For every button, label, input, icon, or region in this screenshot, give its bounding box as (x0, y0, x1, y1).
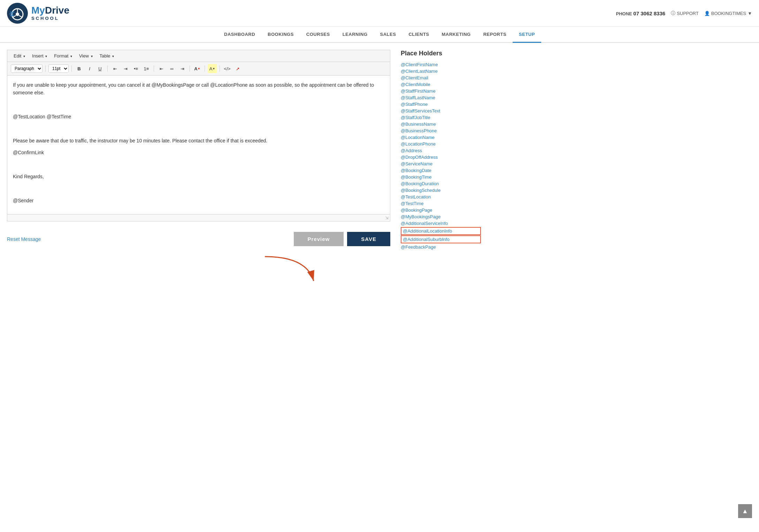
support-label: SUPPORT (677, 11, 699, 16)
ph-additional-service-info[interactable]: @AdditionalServiceInfo (401, 220, 481, 227)
logo-text: MyDrive SCHOOL (31, 5, 69, 21)
ph-client-first-name[interactable]: @ClientFirstName (401, 61, 481, 68)
support-link[interactable]: ⓘ SUPPORT (671, 10, 699, 16)
logo-drive: Drive (45, 5, 69, 16)
outdent-button[interactable]: ⇤ (110, 64, 120, 73)
logo-school: SCHOOL (31, 16, 69, 21)
ph-feedback-page[interactable]: @FeedbackPage (401, 244, 481, 250)
phone-label: PHONE (616, 11, 632, 16)
unordered-list-button[interactable]: •≡ (131, 64, 140, 73)
ph-my-bookings-page[interactable]: @MyBookingsPage (401, 213, 481, 220)
underline-button[interactable]: U (95, 64, 105, 73)
font-color-button[interactable]: A▼ (193, 64, 202, 73)
align-left-button[interactable]: ⇤ (157, 64, 166, 73)
align-center-button[interactable]: ═ (167, 64, 176, 73)
nav-bookings[interactable]: BOOKINGS (261, 27, 300, 43)
separator-3 (107, 65, 108, 72)
nav-courses[interactable]: COURSES (300, 27, 336, 43)
editor-body[interactable]: If you are unable to keep your appointme… (7, 75, 390, 214)
editor-line-2[interactable] (13, 101, 384, 109)
editor-section: Edit ▾ Insert ▾ Format ▾ View ▾ Table ▾ … (7, 50, 390, 288)
editor-line-3[interactable]: @TestLocation @TestTime (13, 113, 384, 120)
nav-reports[interactable]: REPORTS (477, 27, 513, 43)
nav-clients[interactable]: CLIENTS (402, 27, 435, 43)
ph-booking-duration[interactable]: @BookingDuration (401, 180, 481, 187)
ph-business-name[interactable]: @BusinessName (401, 121, 481, 127)
ph-additional-location-info[interactable]: @AdditionalLocationInfo (401, 227, 481, 235)
ph-booking-date[interactable]: @BookingDate (401, 167, 481, 174)
ph-client-last-name[interactable]: @ClientLastName (401, 68, 481, 75)
action-buttons: Preview SAVE (294, 232, 390, 246)
ph-business-phone[interactable]: @BusinessPhone (401, 127, 481, 134)
highlight-button[interactable]: A▼ (208, 64, 217, 73)
editor-line-1[interactable]: If you are unable to keep your appointme… (13, 81, 384, 97)
separator-5 (190, 65, 190, 72)
phone-number: 07 3062 8336 (633, 10, 665, 16)
logo-area: MyDrive SCHOOL (7, 3, 69, 24)
placeholders-sidebar: Place Holders @ClientFirstName @ClientLa… (401, 50, 481, 288)
bookingtimes-link[interactable]: 👤 BOOKINGTIMES ▼ (704, 11, 752, 16)
ph-staff-first-name[interactable]: @StaffFirstName (401, 88, 481, 94)
preview-button[interactable]: Preview (294, 232, 344, 246)
italic-button[interactable]: I (85, 64, 94, 73)
ph-staff-last-name[interactable]: @StaffLastName (401, 94, 481, 101)
nav-sales[interactable]: SALES (374, 27, 402, 43)
ph-dropoff-address[interactable]: @DropOffAddress (401, 154, 481, 161)
ph-staff-phone[interactable]: @StaffPhone (401, 101, 481, 108)
ph-location-phone[interactable]: @LocationPhone (401, 141, 481, 147)
ph-staff-services-text[interactable]: @StaffServicesText (401, 108, 481, 114)
editor-line-4[interactable] (13, 125, 384, 133)
code-button[interactable]: </> (223, 64, 232, 73)
menu-edit[interactable]: Edit ▾ (11, 52, 28, 60)
ph-booking-schedule[interactable]: @BookingSchedule (401, 187, 481, 194)
ph-booking-time[interactable]: @BookingTime (401, 174, 481, 180)
arrow-area (7, 253, 390, 288)
logo-my: My (31, 5, 45, 16)
editor-line-5[interactable]: Please be aware that due to traffic, the… (13, 137, 384, 144)
resize-handle[interactable]: ⇲ (385, 216, 389, 220)
bookingtimes-label: BOOKINGTIMES (711, 11, 746, 16)
nav-learning[interactable]: LEARNING (336, 27, 374, 43)
fullscreen-button[interactable]: ➚ (233, 64, 242, 73)
ordered-list-button[interactable]: 1≡ (142, 64, 151, 73)
buttons-row: Reset Message Preview SAVE (7, 232, 390, 246)
editor-line-7[interactable] (13, 161, 384, 169)
main-nav: DASHBOARD BOOKINGS COURSES LEARNING SALE… (0, 27, 759, 43)
user-icon: 👤 (704, 11, 710, 16)
ph-staff-job-title[interactable]: @StaffJobTitle (401, 114, 481, 121)
align-right-button[interactable]: ⇥ (178, 64, 187, 73)
placeholders-title: Place Holders (401, 50, 481, 57)
svg-point-1 (16, 13, 19, 16)
reset-message-link[interactable]: Reset Message (7, 236, 41, 242)
menu-format[interactable]: Format ▾ (51, 52, 75, 60)
fontsize-select[interactable]: 11pt (48, 64, 69, 73)
ph-location-name[interactable]: @LocationName (401, 134, 481, 141)
ph-test-location[interactable]: @TestLocation (401, 194, 481, 200)
ph-address[interactable]: @Address (401, 147, 481, 154)
editor-toolbar-format: Paragraph 11pt B I U ⇤ ⇥ •≡ 1≡ ⇤ ═ ⇥ A▼ … (7, 62, 390, 75)
editor-line-6[interactable]: @ConfirmLink (13, 149, 384, 156)
menu-view[interactable]: View ▾ (76, 52, 95, 60)
nav-marketing[interactable]: MARKETING (436, 27, 477, 43)
nav-dashboard[interactable]: DASHBOARD (218, 27, 261, 43)
nav-setup[interactable]: SETUP (513, 27, 541, 43)
ph-test-time[interactable]: @TestTime (401, 200, 481, 207)
paragraph-select[interactable]: Paragraph (11, 64, 43, 73)
ph-booking-page[interactable]: @BookingPage (401, 207, 481, 213)
ph-client-mobile[interactable]: @ClientMobile (401, 81, 481, 88)
menu-table[interactable]: Table ▾ (97, 52, 117, 60)
indent-button[interactable]: ⇥ (121, 64, 130, 73)
menu-insert[interactable]: Insert ▾ (29, 52, 50, 60)
phone-section: PHONE 07 3062 8336 (616, 10, 665, 16)
ph-client-email[interactable]: @ClientEmail (401, 75, 481, 81)
separator-1 (45, 65, 46, 72)
editor-line-8[interactable]: Kind Regards, (13, 173, 384, 180)
ph-additional-suburb-info[interactable]: @AdditionalSuburbInfo (401, 235, 481, 243)
editor-line-9[interactable] (13, 185, 384, 193)
editor-line-10[interactable]: @Sender (13, 197, 384, 204)
save-button[interactable]: SAVE (347, 232, 390, 246)
question-icon: ⓘ (671, 10, 675, 16)
bold-button[interactable]: B (75, 64, 84, 73)
ph-service-name[interactable]: @ServiceName (401, 161, 481, 167)
editor-footer: ⇲ (7, 214, 390, 221)
